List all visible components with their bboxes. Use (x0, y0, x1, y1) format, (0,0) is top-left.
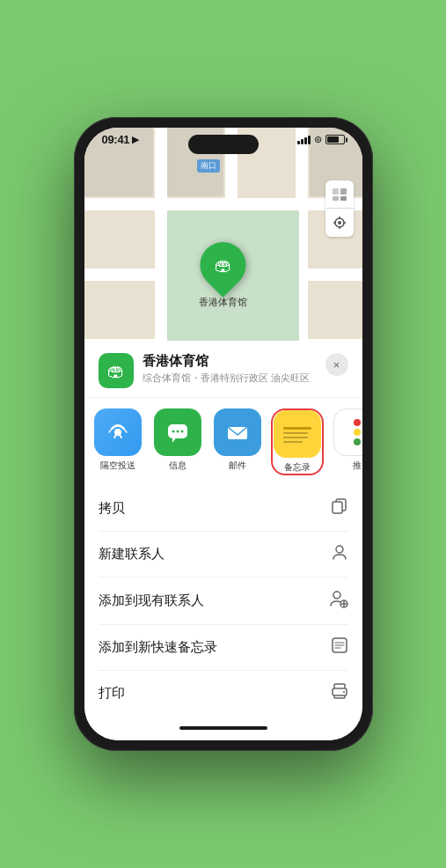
mail-label: 邮件 (229, 460, 246, 472)
quick-note-icon (331, 636, 348, 658)
message-label: 信息 (169, 460, 186, 472)
copy-icon (331, 497, 348, 519)
svg-rect-0 (333, 188, 339, 195)
svg-point-15 (180, 430, 183, 433)
print-icon (331, 682, 348, 704)
map-controls (325, 180, 354, 237)
map-view-button[interactable] (325, 180, 354, 209)
dynamic-island (188, 135, 259, 154)
status-time: 09:41 (102, 133, 130, 146)
share-app-message[interactable]: 信息 (151, 408, 204, 475)
share-app-more[interactable]: 推 (331, 408, 362, 475)
svg-point-31 (343, 691, 345, 693)
location-info: 香港体育馆 综合体育馆・香港特别行政区 油尖旺区 (143, 353, 317, 385)
notes-label: 备忘录 (284, 461, 311, 474)
action-copy-label: 拷贝 (99, 500, 125, 517)
action-quick-note-label: 添加到新快速备忘录 (99, 639, 217, 656)
action-print-label: 打印 (99, 685, 125, 702)
battery-icon (325, 135, 345, 144)
marker-pin: 🏟 (191, 232, 256, 298)
svg-rect-18 (333, 502, 342, 513)
action-add-existing-label: 添加到现有联系人 (99, 592, 204, 609)
action-add-existing-contact[interactable]: 添加到现有联系人 (99, 577, 348, 625)
location-detail: 综合体育馆・香港特别行政区 油尖旺区 (143, 371, 317, 385)
status-icons: ⊛ (297, 134, 345, 145)
share-app-notes[interactable]: 备忘录 (271, 408, 324, 475)
location-button[interactable] (325, 209, 354, 237)
action-print[interactable]: 打印 (99, 671, 348, 716)
home-bar (179, 726, 267, 730)
signal-icon (297, 136, 311, 144)
svg-point-20 (333, 592, 340, 599)
svg-rect-2 (333, 196, 339, 201)
home-indicator (84, 716, 362, 740)
marker-label: 香港体育馆 (199, 296, 247, 309)
message-icon (154, 408, 201, 456)
share-app-mail[interactable]: 邮件 (211, 408, 264, 475)
person-add-icon (329, 589, 348, 613)
bottom-sheet: 🏟 香港体育馆 综合体育馆・香港特别行政区 油尖旺区 × (84, 341, 362, 740)
svg-point-13 (172, 430, 174, 433)
airdrop-icon (94, 408, 142, 456)
location-name: 香港体育馆 (143, 353, 317, 370)
svg-point-19 (336, 546, 343, 553)
close-button[interactable]: × (325, 353, 348, 376)
svg-rect-1 (340, 188, 347, 195)
phone-screen: 09:41 ▶ ⊛ (84, 128, 362, 740)
more-label: 推 (353, 460, 362, 472)
map-entrance-label: 南口 (197, 159, 220, 173)
svg-point-14 (176, 430, 179, 433)
road (84, 198, 362, 210)
more-icon (333, 408, 362, 456)
location-venue-icon: 🏟 (99, 353, 134, 388)
person-icon (331, 543, 348, 565)
action-copy[interactable]: 拷贝 (99, 486, 348, 532)
wifi-icon: ⊛ (314, 134, 322, 145)
action-list: 拷贝 新建联系人 (84, 486, 362, 716)
location-arrow-icon: ▶ (132, 134, 139, 145)
mail-icon (214, 408, 261, 456)
airdrop-label: 隔空投送 (100, 460, 135, 472)
action-new-contact[interactable]: 新建联系人 (99, 532, 348, 577)
location-header: 🏟 香港体育馆 综合体育馆・香港特别行政区 油尖旺区 × (84, 341, 362, 398)
phone-frame: 09:41 ▶ ⊛ (74, 117, 373, 751)
action-quick-note[interactable]: 添加到新快速备忘录 (99, 625, 348, 671)
action-new-contact-label: 新建联系人 (99, 546, 165, 563)
notes-icon (274, 410, 321, 458)
stadium-marker[interactable]: 🏟 香港体育馆 (199, 242, 247, 309)
svg-rect-3 (340, 196, 347, 201)
svg-point-9 (338, 221, 341, 224)
share-apps-row: 隔空投送 信息 (84, 398, 362, 486)
share-app-airdrop[interactable]: 隔空投送 (91, 408, 144, 475)
